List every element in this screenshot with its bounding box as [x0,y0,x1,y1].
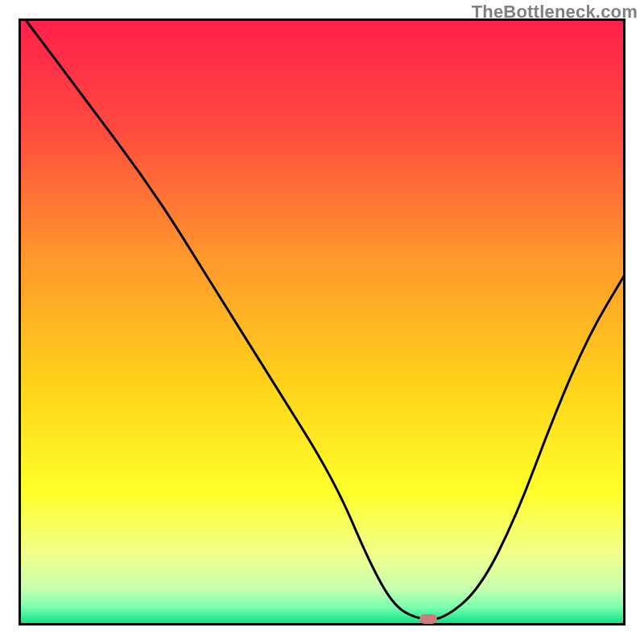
watermark-text: TheBottleneck.com [472,2,638,23]
chart-container: TheBottleneck.com [0,0,644,644]
bottleneck-curve [19,19,625,625]
plot-area [19,19,625,625]
optimal-marker [419,614,437,624]
